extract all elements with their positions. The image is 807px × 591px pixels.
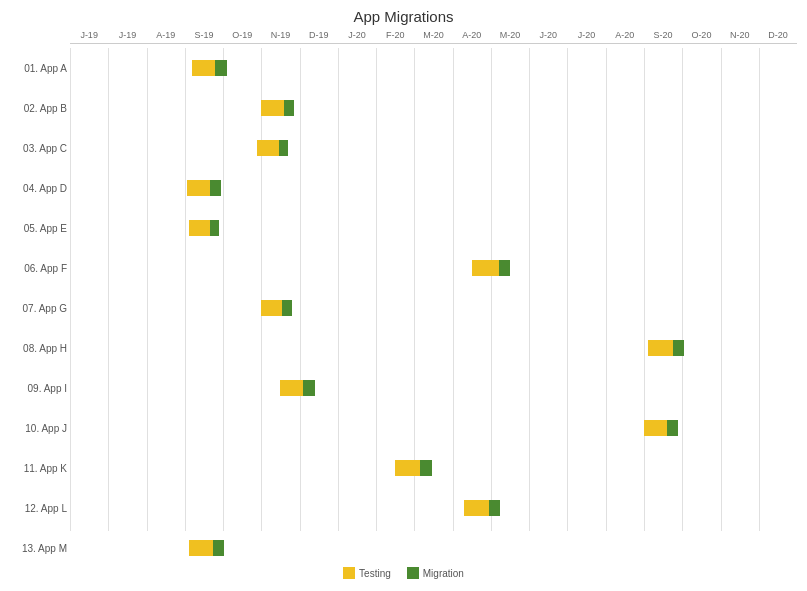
bar-testing bbox=[187, 180, 210, 196]
bar-migration bbox=[210, 180, 221, 196]
table-row: 01. App A bbox=[70, 48, 797, 88]
bar-testing bbox=[395, 460, 420, 476]
x-label-10: A-20 bbox=[453, 30, 491, 43]
x-label-6: D-19 bbox=[300, 30, 338, 43]
table-row: 12. App L bbox=[70, 488, 797, 528]
table-row: 06. App F bbox=[70, 248, 797, 288]
legend-migration-label: Migration bbox=[423, 568, 464, 579]
rows-container: 01. App A02. App B03. App C04. App D05. … bbox=[70, 48, 797, 531]
table-row: 08. App H bbox=[70, 328, 797, 368]
table-row: 03. App C bbox=[70, 128, 797, 168]
x-label-5: N-19 bbox=[261, 30, 299, 43]
legend-testing: Testing bbox=[343, 567, 391, 579]
table-row: 04. App D bbox=[70, 168, 797, 208]
bar-migration bbox=[215, 60, 226, 76]
legend-testing-label: Testing bbox=[359, 568, 391, 579]
x-label-18: D-20 bbox=[759, 30, 797, 43]
x-label-4: O-19 bbox=[223, 30, 261, 43]
x-label-2: A-19 bbox=[147, 30, 185, 43]
row-label: 10. App J bbox=[2, 423, 67, 434]
bar-migration bbox=[420, 460, 431, 476]
bar-testing bbox=[472, 260, 499, 276]
x-label-12: J-20 bbox=[529, 30, 567, 43]
x-label-16: O-20 bbox=[682, 30, 720, 43]
row-label: 02. App B bbox=[2, 103, 67, 114]
bar-testing bbox=[261, 300, 282, 316]
row-label: 09. App I bbox=[2, 383, 67, 394]
bar-testing bbox=[189, 540, 214, 556]
table-row: 02. App B bbox=[70, 88, 797, 128]
bar-migration bbox=[213, 540, 224, 556]
row-label: 12. App L bbox=[2, 503, 67, 514]
x-label-3: S-19 bbox=[185, 30, 223, 43]
bar-testing bbox=[192, 60, 215, 76]
row-label: 01. App A bbox=[2, 63, 67, 74]
bar-testing bbox=[464, 500, 489, 516]
bar-migration bbox=[210, 220, 220, 236]
table-row: 11. App K bbox=[70, 448, 797, 488]
legend-migration: Migration bbox=[407, 567, 464, 579]
bar-migration bbox=[279, 140, 289, 156]
bar-migration bbox=[673, 340, 684, 356]
bar-testing bbox=[644, 420, 667, 436]
chart-container: App Migrations J-19J-19A-19S-19O-19N-19D… bbox=[0, 0, 807, 591]
x-label-9: M-20 bbox=[414, 30, 452, 43]
table-row: 10. App J bbox=[70, 408, 797, 448]
x-label-13: J-20 bbox=[567, 30, 605, 43]
row-label: 13. App M bbox=[2, 543, 67, 554]
legend-migration-box bbox=[407, 567, 419, 579]
x-label-8: F-20 bbox=[376, 30, 414, 43]
x-axis: J-19J-19A-19S-19O-19N-19D-19J-20F-20M-20… bbox=[70, 30, 797, 44]
bar-migration bbox=[303, 380, 314, 396]
x-label-0: J-19 bbox=[70, 30, 108, 43]
bar-migration bbox=[489, 500, 500, 516]
x-label-7: J-20 bbox=[338, 30, 376, 43]
bar-migration bbox=[499, 260, 510, 276]
bar-migration bbox=[282, 300, 292, 316]
bar-migration bbox=[667, 420, 678, 436]
bar-testing bbox=[280, 380, 303, 396]
bar-migration bbox=[284, 100, 294, 116]
table-row: 07. App G bbox=[70, 288, 797, 328]
row-label: 05. App E bbox=[2, 223, 67, 234]
row-label: 06. App F bbox=[2, 263, 67, 274]
row-label: 07. App G bbox=[2, 303, 67, 314]
x-label-15: S-20 bbox=[644, 30, 682, 43]
bar-testing bbox=[189, 220, 210, 236]
bar-testing bbox=[261, 100, 284, 116]
chart-title: App Migrations bbox=[0, 8, 807, 25]
row-label: 08. App H bbox=[2, 343, 67, 354]
bar-testing bbox=[648, 340, 673, 356]
legend: Testing Migration bbox=[0, 567, 807, 579]
row-label: 11. App K bbox=[2, 463, 67, 474]
legend-testing-box bbox=[343, 567, 355, 579]
row-label: 04. App D bbox=[2, 183, 67, 194]
x-label-14: A-20 bbox=[606, 30, 644, 43]
x-label-11: M-20 bbox=[491, 30, 529, 43]
row-label: 03. App C bbox=[2, 143, 67, 154]
chart-area: J-19J-19A-19S-19O-19N-19D-19J-20F-20M-20… bbox=[70, 30, 797, 531]
table-row: 05. App E bbox=[70, 208, 797, 248]
x-label-1: J-19 bbox=[108, 30, 146, 43]
table-row: 13. App M bbox=[70, 528, 797, 568]
bar-testing bbox=[257, 140, 278, 156]
x-label-17: N-20 bbox=[721, 30, 759, 43]
table-row: 09. App I bbox=[70, 368, 797, 408]
